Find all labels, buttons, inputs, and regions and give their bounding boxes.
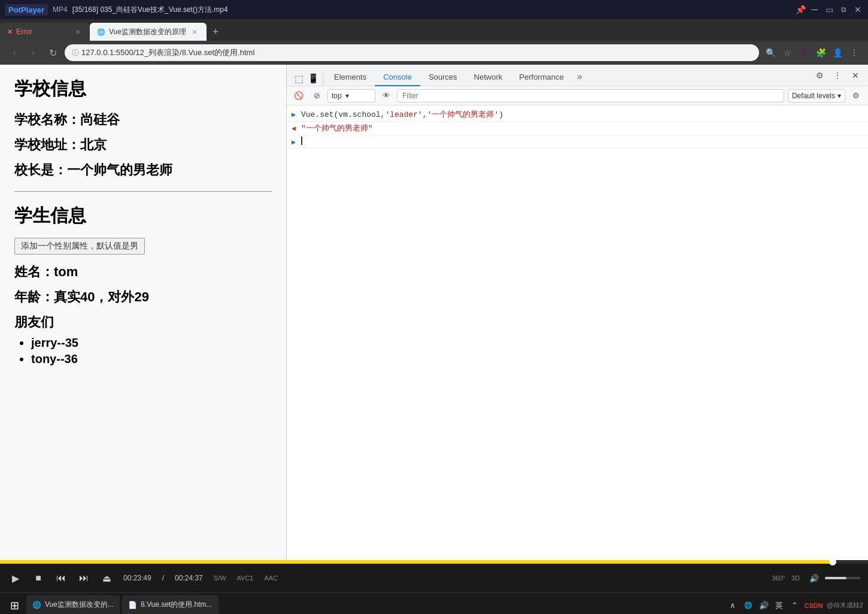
back-button[interactable]: ‹	[7, 46, 22, 60]
student-name-line: 姓名：tom	[14, 263, 272, 281]
time-separator: /	[162, 574, 164, 582]
tab-bar: ✕ Error ✕ 🌐 Vue监测数据改变的原理 ✕ +	[0, 19, 868, 41]
output-arrow: ◀	[292, 123, 301, 133]
vue-favicon: 🌐	[97, 28, 105, 36]
prev-button[interactable]: ⏮	[53, 570, 69, 586]
restore-icon[interactable]: ▭	[824, 4, 834, 15]
codec-aac: AAC	[264, 574, 278, 582]
devtools-close-icon[interactable]: ✕	[848, 68, 863, 83]
tray-notif-icon[interactable]: ⌃	[789, 600, 801, 612]
log-levels-selector[interactable]: Default levels ▾	[788, 89, 845, 102]
tray-up-icon[interactable]: ∧	[727, 600, 739, 612]
add-gender-button[interactable]: 添加一个性别属性，默认值是男	[14, 238, 145, 255]
page-content: 学校信息 学校名称：尚硅谷 学校地址：北京 校长是：一个帅气的男老师 学生信息 …	[0, 65, 286, 560]
current-time: 00:23:49	[123, 574, 151, 582]
school-addr-value: 北京	[80, 137, 107, 152]
search-icon[interactable]: 🔍	[764, 46, 777, 59]
console-cursor-line[interactable]: ▶	[287, 135, 868, 149]
address-bar: ‹ › ↻ ⓘ 127.0.0.1:5500/12_列表渲染/8.Vue.set…	[0, 41, 868, 65]
console-output: ▶ Vue.set(vm.school,'leader','一个帅气的男老师')…	[287, 105, 868, 560]
tab-performance[interactable]: Performance	[511, 68, 572, 86]
school-name-value: 尚硅谷	[80, 112, 120, 127]
bookmark-icon[interactable]: ☆	[781, 46, 794, 59]
tray-network-icon[interactable]: 🌐	[742, 600, 754, 612]
devtools-more-icon[interactable]: ⋮	[830, 68, 845, 83]
codec-sw: S/W	[214, 574, 226, 582]
pin-icon[interactable]: 📌	[795, 4, 806, 15]
console-toolbar: 🚫 ⊘ top ▾ 👁 Default levels ▾ ⚙	[287, 86, 868, 105]
new-tab-button[interactable]: +	[207, 23, 224, 41]
cursor-arrow: ▶	[292, 137, 301, 147]
address-input[interactable]: ⓘ 127.0.0.1:5500/12_列表渲染/8.Vue.set的使用.ht…	[65, 44, 759, 61]
tab-close-vue[interactable]: ✕	[190, 27, 199, 37]
section-divider	[14, 191, 272, 192]
taskbar-label-browser: Vue监测数据改变的...	[45, 600, 114, 610]
play-button[interactable]: ▶	[7, 570, 24, 586]
title-bar: PotPlayer MP4 [35/168] 035_尚硅谷Vue技术_Vue.…	[0, 0, 868, 19]
ublock-icon[interactable]: V	[797, 46, 811, 59]
app-logo[interactable]: PotPlayer	[5, 4, 48, 16]
eye-icon[interactable]: 👁	[379, 89, 393, 103]
tab-network[interactable]: Network	[466, 68, 511, 86]
student-name-value: tom	[54, 264, 78, 279]
tab-elements[interactable]: Elements	[326, 68, 375, 86]
volume-icon[interactable]: 🔊	[806, 570, 823, 586]
student-age-line: 年龄：真实40，对外29	[14, 288, 272, 306]
more-tabs-button[interactable]: »	[572, 68, 587, 86]
devtools-tab-icons: ⚙ ⋮ ✕	[812, 68, 863, 86]
devtools-settings-icon[interactable]: ⚙	[812, 68, 827, 83]
tab-label-error: Error	[16, 28, 32, 36]
tab-error[interactable]: ✕ Error ✕	[0, 23, 90, 41]
tab-close-error[interactable]: ✕	[73, 27, 83, 37]
taskbar-icon-file: 📄	[128, 601, 137, 609]
console-line-output: ◀ "一个帅气的男老师"	[287, 122, 868, 135]
progress-bar-container[interactable]	[0, 560, 868, 564]
profile-icon[interactable]: 👤	[831, 46, 844, 59]
cursor-input[interactable]	[301, 137, 863, 145]
devtools-device-icon[interactable]: 📱	[306, 71, 320, 86]
eject-button[interactable]: ⏏	[98, 570, 115, 586]
taskbar: ⊞ 🌐 Vue监测数据改变的... 📄 8.Vue.set的使用.htm... …	[0, 592, 868, 614]
menu-icon[interactable]: ⋮	[848, 46, 861, 59]
main-area: 学校信息 学校名称：尚硅谷 学校地址：北京 校长是：一个帅气的男老师 学生信息 …	[0, 65, 868, 560]
stop-button[interactable]: ■	[30, 570, 47, 586]
csdn-logo: CSDN	[805, 602, 823, 609]
url-text: 127.0.0.1:5500/12_列表渲染/8.Vue.set的使用.html	[81, 47, 254, 58]
console-command-text: Vue.set(vm.school,'leader','一个帅气的男老师')	[301, 109, 863, 120]
school-leader-label: 校长是：	[14, 162, 67, 177]
context-value: top	[332, 92, 342, 100]
start-button[interactable]: ⊞	[5, 596, 24, 615]
taskbar-item-vue-browser[interactable]: 🌐 Vue监测数据改变的...	[26, 595, 120, 615]
console-output-text: "一个帅气的男老师"	[301, 123, 863, 134]
resize-icon[interactable]: ⧉	[838, 4, 849, 15]
student-name-label: 姓名：	[14, 264, 54, 279]
minimize-icon[interactable]: ─	[809, 4, 820, 15]
tab-sources[interactable]: Sources	[420, 68, 466, 86]
console-line-input: ▶ Vue.set(vm.school,'leader','一个帅气的男老师')	[287, 108, 868, 122]
tray-lang-icon[interactable]: 英	[773, 600, 785, 612]
student-age-value: 真实40，对外29	[54, 289, 149, 304]
tray-volume-icon[interactable]: 🔊	[758, 600, 770, 612]
extensions-icon[interactable]: 🧩	[814, 46, 827, 59]
progress-bar-fill	[0, 560, 833, 564]
context-selector[interactable]: top ▾	[327, 89, 375, 102]
next-button[interactable]: ⏭	[75, 570, 92, 586]
reload-button[interactable]: ↻	[45, 46, 60, 60]
tab-console[interactable]: Console	[375, 68, 420, 86]
volume-bar[interactable]	[825, 577, 861, 579]
tab-vue[interactable]: 🌐 Vue监测数据改变的原理 ✕	[90, 23, 207, 41]
levels-dropdown-icon: ▾	[837, 92, 841, 100]
system-tray: ∧ 🌐 🔊 英 ⌃ CSDN @待木成桂2	[727, 600, 863, 612]
address-icons: 🔍 ☆ V 🧩 👤 ⋮	[764, 46, 861, 59]
console-settings-icon[interactable]: ⚙	[849, 89, 863, 103]
tab-separator	[323, 74, 323, 86]
taskbar-item-file[interactable]: 📄 8.Vue.set的使用.htm...	[122, 595, 218, 615]
filter-toggle-button[interactable]: ⊘	[309, 89, 324, 103]
devtools-inspect-icon[interactable]: ⬚	[292, 71, 306, 86]
extra-360: 360°	[772, 574, 785, 582]
taskbar-icon-browser: 🌐	[32, 601, 41, 609]
console-filter-input[interactable]	[397, 89, 784, 102]
forward-button[interactable]: ›	[26, 46, 41, 60]
clear-console-button[interactable]: 🚫	[292, 89, 306, 103]
close-icon[interactable]: ✕	[852, 4, 863, 15]
